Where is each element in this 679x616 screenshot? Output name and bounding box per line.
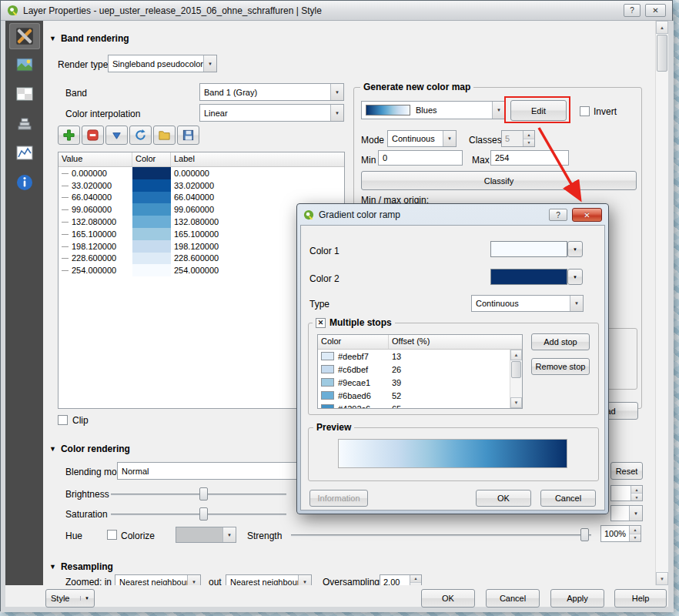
open-file-button[interactable] <box>153 126 176 145</box>
render-type-combo[interactable]: Singleband pseudocolor▼ <box>108 55 217 72</box>
stop-offset-cell: 39 <box>389 378 510 387</box>
sidebar-item-histogram[interactable] <box>9 140 40 166</box>
color-interpolation-combo[interactable]: Linear▼ <box>199 104 344 122</box>
dialog-cancel-button[interactable]: Cancel <box>540 490 596 507</box>
strength-slider[interactable] <box>291 527 593 543</box>
oversampling-spinner[interactable]: 2.00▲▼ <box>380 574 422 585</box>
stops-table[interactable]: Color Offset (%) #deebf713#c6dbef26#9eca… <box>317 334 523 409</box>
slider-handle[interactable] <box>199 507 208 521</box>
stop-row[interactable]: #c6dbef26 <box>318 363 510 376</box>
stop-row[interactable]: #deebf713 <box>318 350 510 363</box>
value-row[interactable]: 66.04000066.040000 <box>59 192 344 204</box>
stop-color-swatch <box>321 391 334 400</box>
color-swatch-cell[interactable] <box>132 240 171 253</box>
stop-row[interactable]: #6baed652 <box>318 389 510 402</box>
sort-entries-button[interactable] <box>105 126 128 145</box>
scroll-down-button[interactable]: ▼ <box>656 572 668 585</box>
color1-dropdown-button[interactable]: ▼ <box>567 241 583 257</box>
sidebar-item-pyramids[interactable] <box>9 111 40 137</box>
colorize-checkbox[interactable] <box>107 530 117 540</box>
mode-combo[interactable]: Continuous▼ <box>387 130 457 147</box>
spinner-arrows-icon[interactable]: ▲▼ <box>410 575 421 585</box>
dialog-ok-button[interactable]: OK <box>476 490 531 507</box>
dropdown-arrow-icon: ▼ <box>573 275 577 280</box>
sidebar-item-style[interactable] <box>9 23 40 49</box>
dialog-help-button[interactable]: ? <box>549 209 567 221</box>
zoomed-out-combo[interactable]: Nearest neighbour▼ <box>226 574 312 585</box>
color-swatch-cell[interactable] <box>132 253 171 265</box>
grayscale-combo-fragment[interactable]: ▼ <box>610 505 643 521</box>
col-header-stop-offset[interactable]: Offset (%) <box>389 335 522 349</box>
multiple-stops-checkbox[interactable]: ✕ <box>316 318 326 328</box>
help-button[interactable]: Help <box>614 589 667 608</box>
invert-checkbox[interactable] <box>580 106 590 116</box>
min-input[interactable]: 0 <box>378 150 463 166</box>
stop-row[interactable]: #4292c665 <box>318 402 510 408</box>
band-value: Band 1 (Gray) <box>204 88 257 97</box>
remove-entry-button[interactable] <box>82 126 104 145</box>
sidebar-item-transparency[interactable] <box>9 82 40 108</box>
apply-button[interactable]: Apply <box>550 589 604 608</box>
spinner-arrows-icon[interactable]: ▲▼ <box>630 486 642 500</box>
color-swatch-cell[interactable] <box>132 203 171 216</box>
slider-handle[interactable] <box>199 487 208 500</box>
window-titlebar[interactable]: Layer Properties - uep_uster_release_201… <box>1 1 672 21</box>
color-swatch-cell[interactable] <box>132 264 171 276</box>
col-header-label[interactable]: Label <box>171 152 344 166</box>
scrollbar-thumb[interactable] <box>511 361 521 378</box>
reset-button[interactable]: Reset <box>610 462 643 480</box>
value-row[interactable]: 0.0000000.000000 <box>59 167 344 179</box>
color2-dropdown-button[interactable]: ▼ <box>567 269 583 285</box>
col-header-value[interactable]: Value <box>59 152 132 166</box>
scroll-up-button[interactable]: ▲ <box>656 21 668 34</box>
color2-swatch[interactable] <box>490 269 567 285</box>
color-swatch-cell[interactable] <box>132 179 171 192</box>
information-button[interactable]: Information <box>309 490 368 507</box>
colorize-color-combo[interactable]: ▼ <box>176 527 236 543</box>
stop-color-cell: #deebf7 <box>318 352 389 361</box>
stops-scrollbar[interactable]: ▲ ▼ <box>510 350 522 408</box>
scroll-down-button[interactable]: ▼ <box>510 397 522 408</box>
transparency-checker-icon <box>15 86 34 103</box>
strength-spinner[interactable]: 100%▲▼ <box>600 525 641 542</box>
sidebar-item-general[interactable] <box>9 52 40 79</box>
style-menu-button[interactable]: Style▼ <box>45 589 95 608</box>
cancel-button[interactable]: Cancel <box>486 589 540 608</box>
contrast-spinner-fragment[interactable]: ▲▼ <box>610 485 643 501</box>
resampling-header[interactable]: ▼Resampling <box>49 561 113 572</box>
window-close-button[interactable]: ✕ <box>645 4 666 17</box>
color-swatch-cell[interactable] <box>132 228 171 240</box>
color-ramp-combo[interactable]: Blues ▼ <box>361 101 506 119</box>
stop-row[interactable]: #9ecae139 <box>318 376 510 389</box>
sidebar-item-metadata[interactable] <box>9 169 40 196</box>
remove-stop-button[interactable]: Remove stop <box>531 358 590 375</box>
slider-handle[interactable] <box>580 528 589 541</box>
band-rendering-header[interactable]: ▼Band rendering <box>49 33 129 44</box>
window-help-button[interactable]: ? <box>624 4 641 17</box>
spinner-arrows-icon[interactable]: ▲▼ <box>629 526 641 541</box>
scrollbar-thumb[interactable] <box>657 35 667 72</box>
ok-button[interactable]: OK <box>421 589 475 608</box>
main-scrollbar[interactable]: ▲ ▼ <box>655 21 668 585</box>
brightness-slider[interactable] <box>111 487 288 502</box>
color-swatch-cell[interactable] <box>132 216 171 228</box>
add-stop-button[interactable]: Add stop <box>531 333 590 350</box>
clip-checkbox[interactable] <box>58 415 68 425</box>
refresh-button[interactable] <box>129 126 152 145</box>
type-combo[interactable]: Continuous▼ <box>471 295 584 312</box>
col-header-color[interactable]: Color <box>132 152 171 166</box>
strength-label: Strength <box>247 531 282 541</box>
saturation-slider[interactable] <box>111 507 288 522</box>
color1-swatch[interactable] <box>490 241 567 257</box>
value-row[interactable]: 33.02000033.020000 <box>59 179 344 192</box>
dropdown-arrow-icon: ▼ <box>629 506 642 521</box>
scroll-up-button[interactable]: ▲ <box>510 350 522 360</box>
color-swatch-cell[interactable] <box>132 167 171 179</box>
color-rendering-header[interactable]: ▼Color rendering <box>49 444 130 454</box>
zoomed-in-combo[interactable]: Nearest neighbour▼ <box>115 574 201 585</box>
col-header-stop-color[interactable]: Color <box>318 335 389 349</box>
band-combo[interactable]: Band 1 (Gray)▼ <box>199 83 344 101</box>
save-file-button[interactable] <box>177 126 199 145</box>
color-swatch-cell[interactable] <box>132 192 171 204</box>
add-entry-button[interactable] <box>58 126 80 145</box>
